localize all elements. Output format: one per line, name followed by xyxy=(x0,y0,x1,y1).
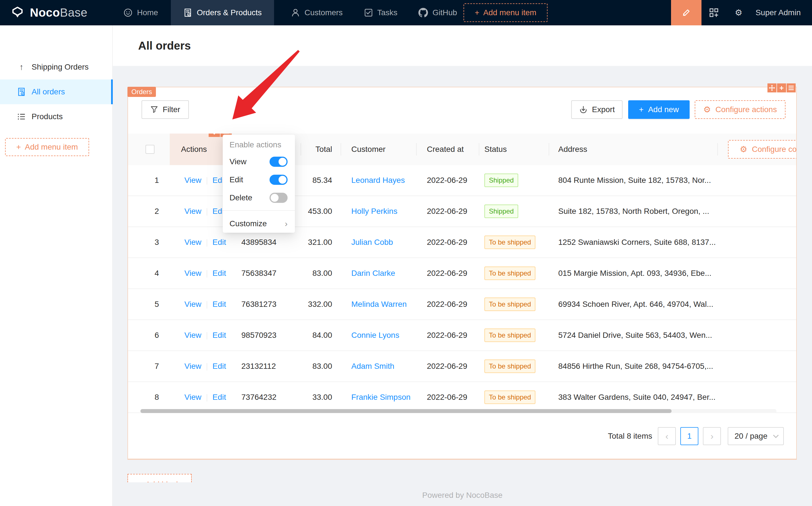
column-header-address[interactable]: Address xyxy=(549,134,718,165)
delete-toggle[interactable] xyxy=(270,193,288,203)
status-cell: To be shipped xyxy=(479,289,549,320)
navbar-right-cluster: ⚙ Super Admin xyxy=(671,0,812,25)
customer-link[interactable]: Adam Smith xyxy=(351,362,394,371)
edit-link[interactable]: Edit xyxy=(212,393,226,402)
ui-editor-toggle-button[interactable] xyxy=(671,0,702,25)
highlighter-pen-icon xyxy=(681,8,691,18)
nav-item-github[interactable]: GitHub xyxy=(411,0,465,25)
edit-link[interactable]: Edit xyxy=(212,300,226,309)
filter-button[interactable]: Filter xyxy=(142,100,189,119)
customer-link[interactable]: Melinda Warren xyxy=(351,300,407,309)
settings-button[interactable]: ⚙ xyxy=(726,0,751,25)
column-header-customer[interactable]: Customer xyxy=(341,134,417,165)
edit-link[interactable]: Edit xyxy=(212,269,226,278)
pagination: Total 8 items ‹ 1 › 20 / page xyxy=(608,427,784,445)
page-size-select[interactable]: 20 / page xyxy=(728,427,784,445)
view-link[interactable]: View xyxy=(184,176,201,185)
horizontal-scrollbar-track[interactable] xyxy=(140,409,777,413)
edit-link[interactable]: Edit xyxy=(212,362,226,371)
customer-cell: Leonard Hayes xyxy=(341,165,417,195)
add-block-button-clipped[interactable]: + Add block xyxy=(128,474,192,482)
drag-block-handle[interactable] xyxy=(767,83,777,92)
status-cell: To be shipped xyxy=(479,382,549,412)
edit-link[interactable]: Edit xyxy=(212,238,226,247)
block-designer-toolbar: + xyxy=(767,83,796,92)
powered-by-footer: Powered by NocoBase xyxy=(113,491,812,500)
nav-item-label: GitHub xyxy=(433,8,457,17)
dropdown-item-view[interactable]: View xyxy=(223,153,295,171)
customer-link[interactable]: Holly Perkins xyxy=(351,207,397,216)
nav-item-home[interactable]: Home xyxy=(116,0,166,25)
select-all-checkbox[interactable] xyxy=(145,145,154,154)
view-link[interactable]: View xyxy=(184,331,201,340)
drag-column-handle[interactable] xyxy=(209,134,220,137)
customer-link[interactable]: Frankie Simpson xyxy=(351,393,411,402)
app-root: NocoBase Home Orders & Products Customer… xyxy=(0,0,812,506)
sidebar: ↑ Shipping Orders All orders Products + … xyxy=(0,25,113,506)
spacer-cell xyxy=(718,258,796,288)
plus-icon: + xyxy=(16,143,21,152)
user-menu[interactable]: Super Admin xyxy=(751,8,812,17)
address-cell: 804 Runte Mission, Suite 182, 15783, Nor… xyxy=(549,165,718,195)
action-separator: | xyxy=(206,269,208,278)
table-row: 6 View | Edit 98570923 84.00 Connie Lyon… xyxy=(128,320,796,351)
nocobase-logo[interactable]: NocoBase xyxy=(10,0,87,25)
chevron-right-icon: › xyxy=(285,219,288,229)
view-link[interactable]: View xyxy=(184,362,201,371)
add-new-button[interactable]: + Add new xyxy=(628,100,690,119)
dropdown-item-edit[interactable]: Edit xyxy=(223,171,295,189)
column-header-created-at[interactable]: Created at xyxy=(417,134,479,165)
sidebar-item-shipping-orders[interactable]: ↑ Shipping Orders xyxy=(0,55,113,79)
nav-item-tasks[interactable]: Tasks xyxy=(356,0,405,25)
nav-item-orders-products[interactable]: Orders & Products xyxy=(171,0,274,25)
nav-add-menu-item-button[interactable]: + Add menu item xyxy=(463,3,547,22)
customer-link[interactable]: Leonard Hayes xyxy=(351,176,405,185)
action-separator: | xyxy=(206,238,208,247)
row-actions-cell: View | Edit xyxy=(170,165,232,195)
order-number-cell: 76381273 xyxy=(232,289,301,320)
created-at-cell: 2022-06-29 xyxy=(417,320,479,350)
customer-link[interactable]: Julian Cobb xyxy=(351,238,393,247)
filter-funnel-icon xyxy=(150,106,158,113)
sidebar-add-menu-item-button[interactable]: + Add menu item xyxy=(5,138,89,156)
configure-actions-button[interactable]: ⚙ Configure actions xyxy=(695,100,786,119)
status-badge: To be shipped xyxy=(485,359,535,373)
pagination-next-button[interactable]: › xyxy=(703,427,721,445)
view-link[interactable]: View xyxy=(184,393,201,402)
row-index: 5 xyxy=(128,289,170,320)
order-number-cell: 73764232 xyxy=(232,382,301,412)
row-index: 4 xyxy=(128,258,170,288)
customer-link[interactable]: Connie Lyons xyxy=(351,331,399,340)
column-header-total[interactable]: Total xyxy=(301,134,341,165)
action-separator: | xyxy=(206,207,208,216)
column-header-status[interactable]: Status xyxy=(479,134,549,165)
status-cell: To be shipped xyxy=(479,258,549,288)
menu-icon xyxy=(788,85,794,91)
edit-link[interactable]: Edit xyxy=(212,331,226,340)
add-block-inline-button[interactable]: + xyxy=(777,83,786,92)
block-settings-menu-button[interactable] xyxy=(787,83,796,92)
view-link[interactable]: View xyxy=(184,300,201,309)
plugin-manager-button[interactable] xyxy=(702,0,726,25)
configure-columns-button[interactable]: ⚙ Configure columns xyxy=(728,140,796,159)
export-button[interactable]: Export xyxy=(571,100,622,119)
horizontal-scrollbar-thumb[interactable] xyxy=(140,409,672,413)
view-link[interactable]: View xyxy=(184,207,201,216)
customer-link[interactable]: Darin Clarke xyxy=(351,269,395,278)
edit-toggle[interactable] xyxy=(270,175,288,185)
dropdown-item-delete[interactable]: Delete xyxy=(223,189,295,207)
block-designer-tag: Orders xyxy=(128,87,156,97)
pagination-prev-button[interactable]: ‹ xyxy=(658,427,676,445)
view-link[interactable]: View xyxy=(184,238,201,247)
address-cell: 84856 Hirthe Run, Suite 268, 94754-6705,… xyxy=(549,351,718,382)
view-toggle[interactable] xyxy=(270,157,288,167)
view-link[interactable]: View xyxy=(184,269,201,278)
tasks-check-icon xyxy=(364,8,373,17)
row-index: 7 xyxy=(128,351,170,382)
nav-item-customers[interactable]: Customers xyxy=(283,0,351,25)
dropdown-item-customize[interactable]: Customize › xyxy=(223,214,295,233)
sidebar-item-products[interactable]: Products xyxy=(0,104,113,129)
pagination-page-1[interactable]: 1 xyxy=(680,427,698,445)
column-header-actions[interactable]: Actions xyxy=(170,134,232,165)
sidebar-item-all-orders[interactable]: All orders xyxy=(0,79,113,104)
